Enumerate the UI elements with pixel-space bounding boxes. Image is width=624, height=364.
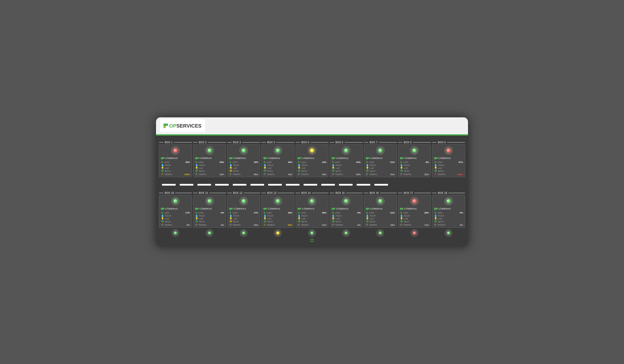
tempo-value: 9m [187, 224, 190, 226]
luz-icon: 💡 [434, 217, 437, 220]
tempo-value: 11m [424, 224, 429, 226]
bottom-signal-wrapper [261, 229, 294, 237]
wifi-icon [332, 170, 335, 173]
agua-label: ÁGUA [165, 215, 171, 217]
lixo-value: 17% [185, 212, 190, 214]
lixo-value: 35% [322, 212, 326, 214]
main-content: BOX 1CÂMERAS🗑LIXO35%💧ÁGUA💡LUZ WI-FI⏱TEMP… [156, 136, 468, 237]
agua-icon: 💧 [263, 214, 266, 217]
agua-label: ÁGUA [199, 215, 205, 217]
road-mark [215, 184, 229, 186]
agua-icon: 💧 [161, 214, 164, 217]
box-name: BOX 14 [301, 192, 311, 194]
luz-label: LUZ [233, 218, 237, 220]
tempo-label: TEMPO [164, 224, 186, 226]
camera-icon [298, 156, 301, 160]
svg-rect-18 [366, 157, 368, 159]
camera-icon [263, 156, 267, 160]
luz-icon: 💡 [366, 217, 369, 220]
tempo-icon: ⏱ [229, 223, 232, 226]
box-wrapper: BOX 17CÂMERAS🗑LIXO26%💧ÁGUA💡LUZ WI-FI⏱TEM… [398, 192, 431, 228]
road-mark [321, 184, 335, 186]
svg-rect-39 [298, 208, 300, 210]
agua-icon: 💧 [229, 214, 232, 217]
agua-label: ÁGUA [233, 215, 239, 217]
wifi-label: WI-FI [404, 170, 409, 172]
svg-point-53 [436, 222, 436, 223]
tempo-icon: ⏱ [366, 223, 368, 226]
cameras-label: CÂMERAS [165, 207, 178, 210]
svg-rect-15 [332, 157, 334, 159]
tempo-label: TEMPO [233, 173, 253, 176]
road-divider [159, 179, 465, 191]
road-mark [197, 184, 211, 186]
box-wrapper: BOX 8CÂMERAS🗑LIXO8%💧ÁGUA💡LUZ WI-FI⏱TEMPO… [398, 141, 431, 177]
lixo-icon: 🗑 [161, 161, 163, 163]
luz-label: LUZ [335, 167, 340, 169]
box-wrapper: BOX 6CÂMERAS🗑LIXO16%💧ÁGUA💡LUZ WI-FI⏱TEMP… [330, 141, 363, 177]
tempo-icon: ⏱ [400, 223, 402, 226]
svg-rect-9 [263, 157, 266, 159]
tempo-label: TEMPO [164, 173, 183, 176]
wifi-icon [400, 170, 403, 173]
svg-point-38 [265, 222, 265, 223]
tempo-label: TEMPO [437, 173, 457, 176]
box-name: BOX 17 [404, 192, 413, 194]
svg-point-17 [333, 172, 334, 172]
lixo-icon: 🗑 [263, 211, 266, 214]
lixo-value: 16% [356, 161, 361, 163]
wifi-icon [161, 170, 164, 173]
tempo-icon: ⏱ [195, 223, 198, 226]
luz-label: LUZ [267, 218, 271, 220]
lixo-icon: 🗑 [434, 161, 437, 163]
luz-icon: 💡 [161, 217, 164, 220]
wifi-label: WI-FI [404, 220, 409, 223]
wifi-label: WI-FI [370, 170, 375, 172]
bottom-signal-wrapper [159, 229, 192, 237]
svg-point-20 [367, 172, 368, 172]
road-mark [162, 184, 176, 186]
lixo-icon: 🗑 [195, 161, 198, 163]
svg-marker-49 [402, 208, 403, 210]
svg-rect-27 [161, 208, 163, 210]
camera-icon [400, 206, 403, 211]
tempo-value: 34m [322, 173, 326, 176]
box-name: BOX 12 [233, 192, 242, 194]
lixo-label: LIXO [267, 212, 287, 214]
luz-label: LUZ [199, 167, 203, 169]
lixo-value: 0% [357, 212, 361, 214]
lixo-icon: 🗑 [161, 211, 163, 214]
wifi-label: WI-FI [267, 170, 273, 172]
cameras-label: CÂMERAS [234, 157, 246, 159]
box-name: BOX 4 [267, 141, 275, 144]
tempo-icon: ⏱ [263, 173, 266, 176]
box-name: BOX 8 [404, 141, 412, 144]
tempo-value: 28m [356, 173, 361, 176]
box-name: BOX 2 [199, 141, 207, 144]
wifi-icon [195, 170, 198, 173]
tempo-icon: ⏱ [400, 173, 402, 176]
agua-label: ÁGUA [335, 164, 342, 166]
box-card: CÂMERAS🗑LIXO12%💧ÁGUA💡LUZ WI-FI⏱TEMPO34m [296, 144, 328, 177]
luz-label: LUZ [165, 218, 169, 220]
agua-icon: 💧 [298, 164, 301, 166]
svg-marker-28 [163, 208, 164, 210]
box-name: BOX 7 [370, 141, 378, 144]
tempo-value: 249m [457, 173, 463, 176]
tempo-value: 135m [184, 173, 190, 176]
svg-point-23 [401, 172, 402, 172]
lixo-value: 35% [185, 161, 190, 163]
box-wrapper: BOX 18CÂMERAS🗑LIXO0%💧ÁGUA💡LUZ WI-FI⏱TEMP… [432, 192, 465, 228]
luz-label: LUZ [267, 167, 271, 169]
luz-icon: 💡 [332, 167, 335, 169]
svg-rect-3 [195, 157, 198, 159]
agua-icon: 💧 [366, 214, 369, 217]
agua-icon: 💧 [332, 164, 335, 166]
svg-point-8 [231, 172, 231, 172]
agua-label: ÁGUA [370, 215, 376, 217]
box-card: CÂMERAS🗑LIXO35%💧ÁGUA💡LUZ WI-FI⏱TEMPO135m [159, 144, 192, 177]
svg-rect-36 [263, 208, 266, 210]
cameras-label: CÂMERAS [199, 207, 212, 210]
luz-icon: 💡 [263, 217, 266, 220]
wifi-icon [195, 220, 198, 223]
